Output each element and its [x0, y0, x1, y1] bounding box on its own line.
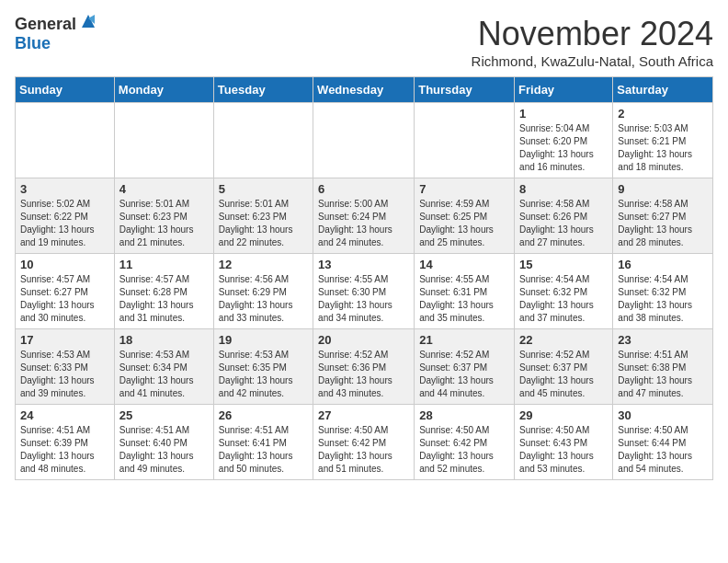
calendar-cell [114, 103, 213, 178]
calendar-header-friday: Friday [515, 77, 613, 103]
day-number: 14 [419, 258, 509, 271]
day-info: Sunrise: 4:51 AM Sunset: 6:41 PM Dayligh… [219, 424, 308, 476]
day-number: 20 [318, 333, 409, 347]
day-info: Sunrise: 4:58 AM Sunset: 6:26 PM Dayligh… [519, 198, 608, 249]
day-info: Sunrise: 4:50 AM Sunset: 6:42 PM Dayligh… [318, 424, 409, 476]
day-number: 23 [618, 333, 708, 347]
day-number: 22 [519, 333, 608, 347]
day-info: Sunrise: 4:57 AM Sunset: 6:28 PM Dayligh… [119, 273, 209, 325]
day-info: Sunrise: 4:50 AM Sunset: 6:42 PM Dayligh… [419, 424, 509, 476]
day-info: Sunrise: 4:52 AM Sunset: 6:37 PM Dayligh… [519, 349, 608, 400]
calendar-header-tuesday: Tuesday [213, 77, 313, 103]
calendar-cell: 7Sunrise: 4:59 AM Sunset: 6:25 PM Daylig… [415, 178, 515, 254]
day-number: 30 [618, 408, 708, 422]
day-number: 6 [318, 182, 409, 196]
page-header: General Blue November 2024 Richmond, Kwa… [15, 15, 713, 69]
calendar-cell: 16Sunrise: 4:54 AM Sunset: 6:32 PM Dayli… [613, 254, 713, 329]
day-info: Sunrise: 4:53 AM Sunset: 6:33 PM Dayligh… [20, 349, 109, 400]
calendar-header-saturday: Saturday [613, 77, 713, 103]
day-number: 24 [20, 408, 109, 422]
day-info: Sunrise: 4:55 AM Sunset: 6:30 PM Dayligh… [318, 273, 409, 325]
day-number: 9 [618, 182, 708, 196]
calendar-cell [415, 103, 515, 178]
calendar-cell: 29Sunrise: 4:50 AM Sunset: 6:43 PM Dayli… [515, 405, 613, 480]
day-number: 4 [119, 182, 209, 196]
day-number: 7 [419, 182, 509, 196]
calendar-cell: 5Sunrise: 5:01 AM Sunset: 6:23 PM Daylig… [213, 178, 313, 254]
calendar-cell: 6Sunrise: 5:00 AM Sunset: 6:24 PM Daylig… [313, 178, 415, 254]
day-info: Sunrise: 4:53 AM Sunset: 6:35 PM Dayligh… [219, 349, 308, 400]
calendar-header-sunday: Sunday [16, 77, 115, 103]
title-section: November 2024 Richmond, KwaZulu-Natal, S… [472, 15, 713, 69]
day-info: Sunrise: 5:03 AM Sunset: 6:21 PM Dayligh… [618, 122, 708, 174]
day-info: Sunrise: 4:58 AM Sunset: 6:27 PM Dayligh… [618, 198, 708, 249]
calendar-cell: 30Sunrise: 4:50 AM Sunset: 6:44 PM Dayli… [613, 405, 713, 480]
day-info: Sunrise: 4:50 AM Sunset: 6:43 PM Dayligh… [519, 424, 608, 476]
day-info: Sunrise: 4:51 AM Sunset: 6:38 PM Dayligh… [618, 349, 708, 400]
day-number: 19 [219, 333, 308, 347]
day-info: Sunrise: 4:50 AM Sunset: 6:44 PM Dayligh… [618, 424, 708, 476]
calendar-cell: 11Sunrise: 4:57 AM Sunset: 6:28 PM Dayli… [114, 254, 213, 329]
day-number: 26 [219, 408, 308, 422]
calendar-cell: 24Sunrise: 4:51 AM Sunset: 6:39 PM Dayli… [16, 405, 115, 480]
day-number: 11 [119, 258, 209, 271]
calendar-cell: 21Sunrise: 4:52 AM Sunset: 6:37 PM Dayli… [415, 329, 515, 405]
calendar-cell: 2Sunrise: 5:03 AM Sunset: 6:21 PM Daylig… [613, 103, 713, 178]
calendar-cell: 14Sunrise: 4:55 AM Sunset: 6:31 PM Dayli… [415, 254, 515, 329]
day-number: 10 [20, 258, 109, 271]
day-info: Sunrise: 4:52 AM Sunset: 6:37 PM Dayligh… [419, 349, 509, 400]
day-info: Sunrise: 4:53 AM Sunset: 6:34 PM Dayligh… [119, 349, 209, 400]
day-number: 21 [419, 333, 509, 347]
day-number: 2 [618, 107, 708, 121]
calendar-cell: 19Sunrise: 4:53 AM Sunset: 6:35 PM Dayli… [213, 329, 313, 405]
day-number: 29 [519, 408, 608, 422]
calendar-cell: 18Sunrise: 4:53 AM Sunset: 6:34 PM Dayli… [114, 329, 213, 405]
calendar-cell: 27Sunrise: 4:50 AM Sunset: 6:42 PM Dayli… [313, 405, 415, 480]
day-info: Sunrise: 4:54 AM Sunset: 6:32 PM Dayligh… [618, 273, 708, 325]
day-info: Sunrise: 5:01 AM Sunset: 6:23 PM Dayligh… [219, 198, 308, 249]
calendar-cell: 20Sunrise: 4:52 AM Sunset: 6:36 PM Dayli… [313, 329, 415, 405]
calendar-header-wednesday: Wednesday [313, 77, 415, 103]
calendar-table: SundayMondayTuesdayWednesdayThursdayFrid… [15, 76, 713, 480]
calendar-header-thursday: Thursday [415, 77, 515, 103]
day-number: 17 [20, 333, 109, 347]
calendar-cell: 23Sunrise: 4:51 AM Sunset: 6:38 PM Dayli… [613, 329, 713, 405]
calendar-cell: 10Sunrise: 4:57 AM Sunset: 6:27 PM Dayli… [16, 254, 115, 329]
calendar-cell: 3Sunrise: 5:02 AM Sunset: 6:22 PM Daylig… [16, 178, 115, 254]
calendar-cell: 15Sunrise: 4:54 AM Sunset: 6:32 PM Dayli… [515, 254, 613, 329]
calendar-week-row: 17Sunrise: 4:53 AM Sunset: 6:33 PM Dayli… [16, 329, 713, 405]
day-number: 13 [318, 258, 409, 271]
day-number: 28 [419, 408, 509, 422]
day-info: Sunrise: 5:01 AM Sunset: 6:23 PM Dayligh… [119, 198, 209, 249]
logo-general-text: General [15, 15, 76, 34]
day-info: Sunrise: 4:51 AM Sunset: 6:40 PM Dayligh… [119, 424, 209, 476]
calendar-cell: 25Sunrise: 4:51 AM Sunset: 6:40 PM Dayli… [114, 405, 213, 480]
day-info: Sunrise: 4:57 AM Sunset: 6:27 PM Dayligh… [20, 273, 109, 325]
calendar-cell [16, 103, 115, 178]
calendar-cell: 9Sunrise: 4:58 AM Sunset: 6:27 PM Daylig… [613, 178, 713, 254]
calendar-cell [213, 103, 313, 178]
calendar-cell: 1Sunrise: 5:04 AM Sunset: 6:20 PM Daylig… [515, 103, 613, 178]
location-subtitle: Richmond, KwaZulu-Natal, South Africa [472, 53, 713, 69]
day-number: 3 [20, 182, 109, 196]
calendar-week-row: 3Sunrise: 5:02 AM Sunset: 6:22 PM Daylig… [16, 178, 713, 254]
logo-blue-text: Blue [15, 34, 51, 53]
day-number: 1 [519, 107, 608, 121]
day-info: Sunrise: 4:55 AM Sunset: 6:31 PM Dayligh… [419, 273, 509, 325]
day-number: 12 [219, 258, 308, 271]
calendar-header-monday: Monday [114, 77, 213, 103]
day-info: Sunrise: 4:52 AM Sunset: 6:36 PM Dayligh… [318, 349, 409, 400]
calendar-cell: 26Sunrise: 4:51 AM Sunset: 6:41 PM Dayli… [213, 405, 313, 480]
day-info: Sunrise: 4:51 AM Sunset: 6:39 PM Dayligh… [20, 424, 109, 476]
calendar-body: 1Sunrise: 5:04 AM Sunset: 6:20 PM Daylig… [16, 103, 713, 480]
day-info: Sunrise: 5:02 AM Sunset: 6:22 PM Dayligh… [20, 198, 109, 249]
day-info: Sunrise: 4:59 AM Sunset: 6:25 PM Dayligh… [419, 198, 509, 249]
day-number: 16 [618, 258, 708, 271]
day-number: 5 [219, 182, 308, 196]
calendar-cell: 13Sunrise: 4:55 AM Sunset: 6:30 PM Dayli… [313, 254, 415, 329]
calendar-week-row: 1Sunrise: 5:04 AM Sunset: 6:20 PM Daylig… [16, 103, 713, 178]
calendar-cell: 8Sunrise: 4:58 AM Sunset: 6:26 PM Daylig… [515, 178, 613, 254]
logo-icon [78, 11, 98, 31]
day-number: 25 [119, 408, 209, 422]
calendar-cell [313, 103, 415, 178]
